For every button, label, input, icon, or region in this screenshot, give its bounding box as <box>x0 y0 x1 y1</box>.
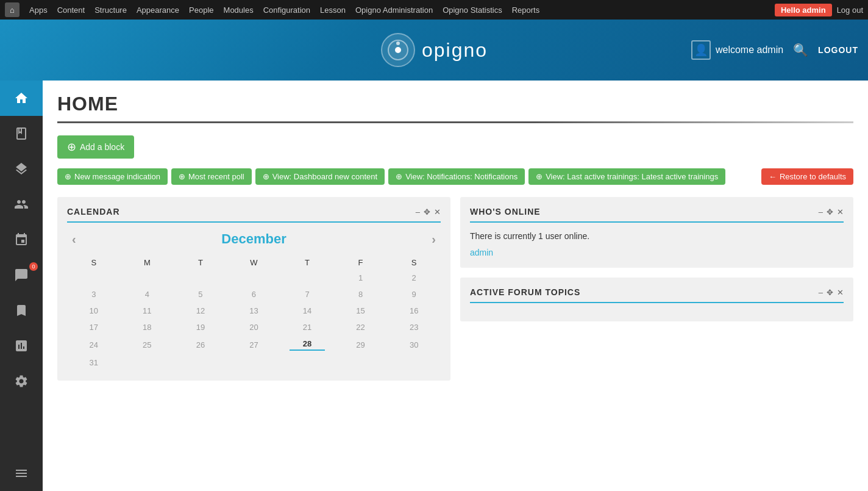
cal-day[interactable]: 27 <box>227 335 281 354</box>
nav-opigno-admin[interactable]: Opigno Administration <box>355 5 433 15</box>
calendar-next[interactable]: › <box>432 232 436 246</box>
sidebar-item-bookmark[interactable] <box>0 293 43 328</box>
cal-day[interactable]: 24 <box>67 335 121 354</box>
add-block-label: Add a block <box>80 142 124 152</box>
forum-title: ACTIVE FORUM TOPICS <box>470 287 580 297</box>
nav-people[interactable]: People <box>189 5 213 15</box>
block-dashboard-label: View: Dashboard new content <box>272 172 377 181</box>
cal-day[interactable]: 7 <box>280 286 334 303</box>
cal-day[interactable]: 6 <box>227 286 281 303</box>
calendar-resize[interactable]: ✥ <box>424 207 430 217</box>
welcome-text: welcome admin <box>716 45 783 56</box>
calendar-nav: ‹ December › <box>67 231 441 247</box>
header-logout-button[interactable]: LOGOUT <box>818 45 858 55</box>
cal-day <box>121 270 174 286</box>
block-poll-label: Most recent poll <box>188 172 244 181</box>
forum-controls: – ✥ ✕ <box>819 288 844 297</box>
cal-day[interactable]: 25 <box>121 335 174 354</box>
cal-day[interactable]: 14 <box>280 303 334 319</box>
sidebar-item-menu[interactable] <box>0 456 43 491</box>
nav-lesson[interactable]: Lesson <box>320 5 346 15</box>
calendar-widget: CALENDAR – ✥ ✕ ‹ December › S <box>57 197 450 381</box>
whos-online-user-link[interactable]: admin <box>470 248 493 257</box>
nav-reports[interactable]: Reports <box>512 5 540 15</box>
nav-apps[interactable]: Apps <box>29 5 48 15</box>
cal-day[interactable]: 11 <box>121 303 174 319</box>
sidebar-item-chart[interactable] <box>0 328 43 364</box>
block-notifications[interactable]: ⊕ View: Notifications: Notifications <box>388 168 525 185</box>
admin-bar: ⌂ Apps Content Structure Appearance Peop… <box>0 0 868 20</box>
cal-day[interactable]: 8 <box>334 286 388 303</box>
whos-online-minimize[interactable]: – <box>819 207 823 217</box>
title-divider <box>57 121 853 123</box>
add-block-button[interactable]: ⊕ Add a block <box>57 135 134 159</box>
home-icon <box>14 91 29 106</box>
sidebar-item-calendar[interactable] <box>0 222 43 257</box>
active-forum-widget: ACTIVE FORUM TOPICS – ✥ ✕ <box>460 278 853 321</box>
page-title: HOME <box>57 93 853 115</box>
block-active-trainings[interactable]: ⊕ View: Last active trainings: Latest ac… <box>528 168 725 185</box>
admin-home-icon[interactable]: ⌂ <box>5 2 20 17</box>
sidebar-item-layers[interactable] <box>0 151 43 187</box>
layers-icon <box>14 162 29 176</box>
cal-day[interactable]: 17 <box>67 319 121 335</box>
forum-header: ACTIVE FORUM TOPICS – ✥ ✕ <box>470 287 844 297</box>
cal-day[interactable]: 21 <box>280 319 334 335</box>
cal-day[interactable]: 15 <box>334 303 388 319</box>
nav-modules[interactable]: Modules <box>224 5 254 15</box>
sidebar-item-users[interactable] <box>0 187 43 222</box>
cal-day <box>174 270 227 286</box>
calendar-close[interactable]: ✕ <box>434 207 441 217</box>
whos-online-resize[interactable]: ✥ <box>827 207 833 217</box>
forum-close[interactable]: ✕ <box>837 288 844 297</box>
cal-day[interactable]: 3 <box>67 286 121 303</box>
cal-day[interactable]: 4 <box>121 286 174 303</box>
forum-minimize[interactable]: – <box>819 288 823 297</box>
block-new-message[interactable]: ⊕ New message indication <box>57 168 168 185</box>
cal-day[interactable]: 22 <box>334 319 388 335</box>
whos-online-title: WHO'S ONLINE <box>470 207 541 217</box>
cal-day[interactable]: 9 <box>387 286 441 303</box>
cal-day[interactable]: 12 <box>174 303 227 319</box>
cal-day[interactable]: 16 <box>387 303 441 319</box>
plus-icon: ⊕ <box>179 172 185 181</box>
sidebar-item-home[interactable] <box>0 81 43 116</box>
cal-day[interactable]: 23 <box>387 319 441 335</box>
nav-configuration[interactable]: Configuration <box>263 5 310 15</box>
nav-structure[interactable]: Structure <box>94 5 127 15</box>
nav-appearance[interactable]: Appearance <box>137 5 179 15</box>
site-header: opigno 👤 welcome admin 🔍 LOGOUT <box>0 20 868 81</box>
nav-opigno-stats[interactable]: Opigno Statistics <box>443 5 502 15</box>
calendar-prev[interactable]: ‹ <box>72 232 76 246</box>
cal-day[interactable]: 10 <box>67 303 121 319</box>
cal-day[interactable]: 2 <box>387 270 441 286</box>
cal-day[interactable]: 5 <box>174 286 227 303</box>
settings-icon <box>14 374 29 389</box>
cal-day[interactable]: 18 <box>121 319 174 335</box>
cal-day[interactable]: 30 <box>387 335 441 354</box>
sidebar-item-courses[interactable] <box>0 116 43 151</box>
admin-logout-link[interactable]: Log out <box>837 5 863 15</box>
cal-day[interactable]: 31 <box>67 354 121 371</box>
cal-day[interactable]: 19 <box>174 319 227 335</box>
block-most-recent-poll[interactable]: ⊕ Most recent poll <box>171 168 252 185</box>
cal-day[interactable]: 1 <box>334 270 388 286</box>
sidebar-item-messages[interactable]: 0 <box>0 257 43 293</box>
header-right: 👤 welcome admin 🔍 LOGOUT <box>691 40 858 60</box>
cal-day[interactable]: 28 <box>280 335 334 354</box>
calendar-grid: SMTWTFS 12345678910111213141516171819202… <box>67 256 441 371</box>
cal-day[interactable]: 13 <box>227 303 281 319</box>
sidebar-item-settings[interactable] <box>0 364 43 399</box>
cal-day[interactable]: 29 <box>334 335 388 354</box>
cal-day[interactable]: 20 <box>227 319 281 335</box>
restore-defaults-button[interactable]: ← Restore to defaults <box>761 168 853 185</box>
hello-admin-badge[interactable]: Hello admin <box>775 4 832 16</box>
whos-online-close[interactable]: ✕ <box>837 207 844 217</box>
calendar-minimize[interactable]: – <box>416 207 420 217</box>
cal-day[interactable]: 26 <box>174 335 227 354</box>
nav-content[interactable]: Content <box>57 5 85 15</box>
search-icon[interactable]: 🔍 <box>793 43 808 57</box>
forum-resize[interactable]: ✥ <box>827 288 833 297</box>
plus-icon: ⊕ <box>396 172 402 181</box>
block-dashboard-content[interactable]: ⊕ View: Dashboard new content <box>255 168 385 185</box>
